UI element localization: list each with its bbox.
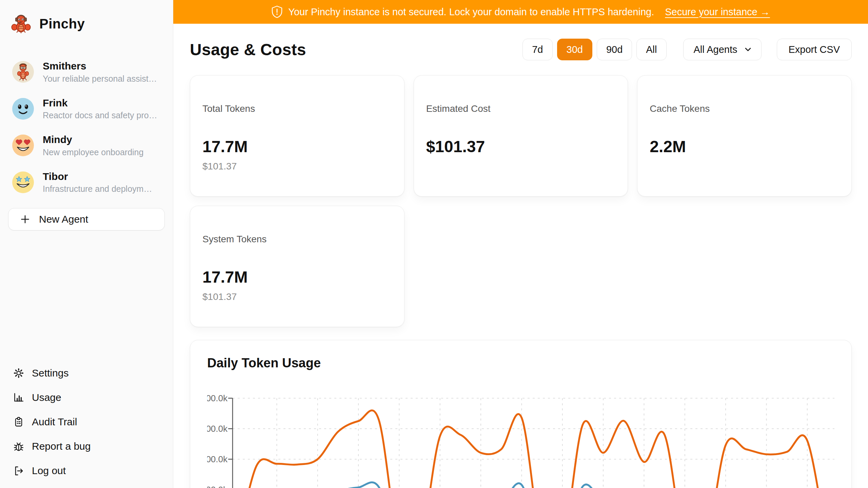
stat-card-system-tokens: System Tokens 17.7M $101.37 [190,206,405,327]
agent-name: Smithers [43,60,157,72]
menu-label: Settings [32,367,68,379]
logout-icon [13,465,24,476]
agent-description: Reactor docs and safety pro… [43,110,157,120]
tibor-avatar [12,171,34,193]
stat-label: Cache Tokens [650,103,710,114]
mindy-avatar [12,135,34,156]
agent-list: Smithers Your reliable personal assist… … [0,60,173,194]
stat-card-estimated-cost: Estimated Cost $101.37 [414,75,628,197]
agent-description: Your reliable personal assist… [43,74,157,84]
agent-item-frink[interactable]: Frink Reactor docs and safety pro… [12,97,165,121]
svg-text:1,000.0k: 1,000.0k [207,393,228,403]
pinchy-lobster-logo-icon [11,14,31,34]
smithers-avatar [12,61,34,83]
range-button-all[interactable]: All [636,39,666,60]
export-csv-button[interactable]: Export CSV [777,39,852,60]
agent-filter-select[interactable]: All Agents [683,39,762,60]
agent-description: New employee onboarding [43,147,143,157]
stat-value: $101.37 [426,137,485,156]
agent-name: Mindy [43,134,143,146]
range-button-7d[interactable]: 7d [522,39,552,60]
menu-label: Log out [32,465,66,476]
chevron-down-icon [745,47,751,52]
range-button-90d[interactable]: 90d [597,39,632,60]
clipboard-icon [13,416,24,428]
agent-item-mindy[interactable]: Mindy New employee onboarding [12,134,165,157]
secure-instance-link[interactable]: Secure your instance → [665,6,770,18]
agent-text: Tibor Infrastructure and deploym… [43,171,152,194]
agent-text: Frink Reactor docs and safety pro… [43,97,157,121]
app-window: Pinchy [0,0,868,488]
security-warning-banner: Your Pinchy instance is not secured. Loc… [173,0,868,24]
banner-text: Your Pinchy instance is not secured. Loc… [288,6,654,18]
agent-text: Smithers Your reliable personal assist… [43,60,157,84]
stat-subvalue: $101.37 [202,161,237,172]
shield-alert-icon [271,5,283,18]
stat-cards: Total Tokens 17.7M $101.37 Estimated Cos… [190,75,852,327]
stat-label: Total Tokens [202,103,255,114]
bar-chart-icon [13,392,24,403]
gear-icon [13,367,24,379]
stat-card-total-tokens: Total Tokens 17.7M $101.37 [190,75,405,197]
menu-label: Audit Trail [32,416,77,428]
menu-item-logout[interactable]: Log out [13,465,165,476]
chart-title: Daily Token Usage [207,356,834,370]
sidebar-menu: Settings Usage [0,367,173,488]
agent-item-smithers[interactable]: Smithers Your reliable personal assist… [12,60,165,84]
menu-item-usage[interactable]: Usage [13,392,165,403]
menu-item-settings[interactable]: Settings [13,367,165,379]
stat-value: 17.7M [202,137,248,156]
stat-label: Estimated Cost [426,103,491,114]
stat-subvalue: $101.37 [202,291,237,302]
agent-description: Infrastructure and deploym… [43,184,152,194]
brand-name: Pinchy [39,16,85,32]
main-area: Your Pinchy instance is not secured. Loc… [173,0,868,488]
bug-icon [13,441,24,452]
menu-label: Report a bug [32,441,91,452]
stat-label: System Tokens [202,234,267,245]
menu-label: Usage [32,392,61,403]
chart-area: 1,000.0k800.0k600.0k400.0k200.0k0.0k [207,388,834,488]
svg-text:400.0k: 400.0k [207,485,228,488]
menu-item-report-bug[interactable]: Report a bug [13,441,165,452]
agent-item-tibor[interactable]: Tibor Infrastructure and deploym… [12,171,165,194]
daily-token-usage-card: Daily Token Usage 1,000.0k800.0k600.0k40… [190,340,852,488]
frink-avatar [12,98,34,120]
brand-header: Pinchy [0,0,173,34]
stat-card-cache-tokens: Cache Tokens 2.2M [637,75,852,197]
header-controls: 7d 30d 90d All All Agents Export CSV [522,39,852,60]
usage-page: Usage & Costs 7d 30d 90d All All Agents … [173,24,868,488]
new-agent-label: New Agent [39,214,88,225]
menu-item-audit-trail[interactable]: Audit Trail [13,416,165,428]
new-agent-button[interactable]: New Agent [8,208,165,230]
stat-value: 17.7M [202,268,248,286]
agent-filter-value: All Agents [694,44,737,55]
page-title: Usage & Costs [190,40,306,59]
daily-usage-chart: 1,000.0k800.0k600.0k400.0k200.0k0.0k [207,388,834,488]
page-header: Usage & Costs 7d 30d 90d All All Agents … [190,39,852,60]
sidebar: Pinchy [0,0,173,488]
range-button-30d[interactable]: 30d [557,39,592,60]
svg-text:800.0k: 800.0k [207,424,228,434]
plus-icon [20,214,30,224]
agent-name: Tibor [43,171,152,183]
agent-name: Frink [43,97,157,109]
sidebar-spacer [0,230,173,367]
stat-value: 2.2M [650,137,686,156]
agent-text: Mindy New employee onboarding [43,134,143,157]
svg-text:600.0k: 600.0k [207,454,228,464]
